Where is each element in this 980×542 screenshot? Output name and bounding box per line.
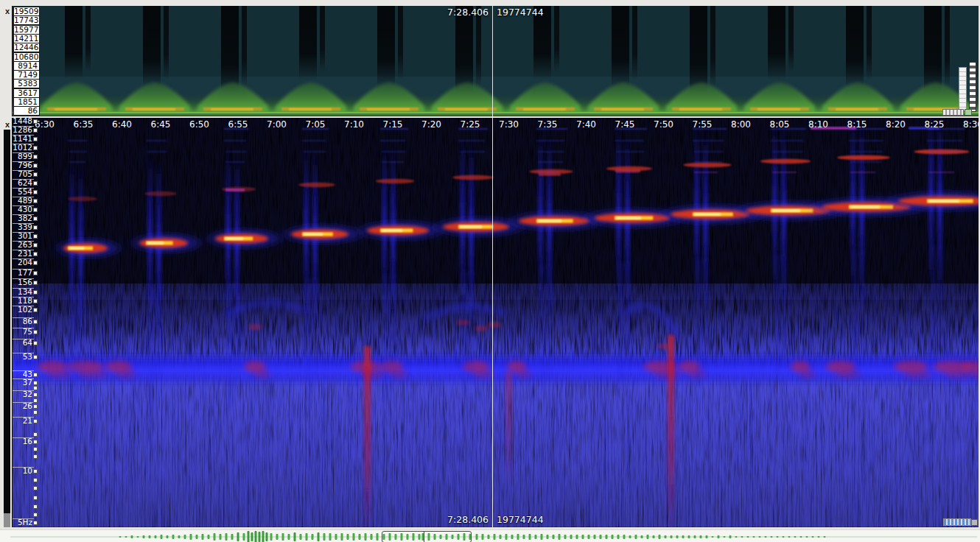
cursor-time-readout-top: 7:28.406: [447, 7, 489, 18]
frequency-label: 899: [13, 152, 32, 161]
time-tick-label: 7:00: [261, 119, 293, 130]
frequency-label: 1448: [13, 118, 32, 125]
frequency-tick-icon: [34, 244, 37, 247]
frequency-label: 16: [13, 437, 32, 446]
time-tick-label: 6:40: [106, 119, 139, 130]
frequency-label: 1141: [13, 134, 32, 143]
frequency-label: 339: [13, 222, 32, 231]
frequency-minor-tick-icon: [34, 479, 37, 482]
scrollbar-thumb[interactable]: [4, 513, 10, 527]
frequency-label: 75: [13, 327, 32, 336]
time-tick-label: 6:50: [183, 119, 216, 130]
close-pane-top-button[interactable]: x: [2, 6, 13, 16]
overview-waveform[interactable]: [0, 530, 980, 542]
frequency-label: 118: [13, 296, 32, 305]
bottom-pane-left-scrollbar[interactable]: [4, 130, 10, 527]
time-tick-label: 8:10: [802, 119, 835, 130]
frequency-label: 10: [13, 466, 32, 475]
overview-cursor[interactable]: [424, 531, 424, 542]
time-tick-label: 7:05: [299, 119, 332, 130]
frequency-label: 796: [13, 161, 32, 169]
render-status-square-icon: [965, 109, 972, 116]
frequency-tick-icon: [34, 164, 37, 167]
render-progress-vertical-icon: [959, 67, 967, 111]
overview-view-window[interactable]: [382, 531, 472, 542]
frequency-label: 5383: [13, 79, 40, 88]
time-tick-label: 6:55: [222, 119, 254, 130]
frequency-label: 177: [13, 268, 32, 277]
frequency-label: 53: [13, 352, 32, 361]
frequency-tick-icon: [34, 261, 37, 264]
log-spectrogram-canvas[interactable]: [13, 118, 979, 527]
app-window: x x 195091774315977142111244610680891471…: [0, 0, 980, 542]
time-tick-label: 7:25: [454, 119, 486, 130]
frequency-tick-icon: [34, 120, 37, 123]
linear-spectrogram-canvas[interactable]: [13, 6, 979, 116]
frequency-tick-icon: [34, 356, 37, 359]
frequency-label: 263: [13, 240, 32, 249]
pane-right-scrollbar[interactable]: [969, 62, 976, 112]
time-tick-label: 7:10: [338, 119, 371, 130]
time-tick-label: 8:25: [918, 119, 951, 130]
time-tick-label: 6:45: [144, 119, 177, 130]
frequency-label: 1851: [13, 97, 40, 107]
frequency-tick-icon: [34, 147, 37, 149]
time-tick-label: 7:45: [609, 119, 641, 130]
frequency-label: 86: [13, 106, 40, 116]
frequency-label: 489: [13, 196, 32, 205]
frequency-label: 26: [13, 401, 32, 410]
frequency-tick-icon: [34, 217, 37, 220]
frequency-tick-icon: [34, 173, 37, 176]
frequency-label: 134: [13, 287, 32, 296]
frequency-label: 1012: [13, 143, 32, 152]
frequency-tick-icon: [34, 470, 37, 473]
time-tick-label: 7:50: [648, 119, 680, 130]
frequency-minor-tick-icon: [34, 513, 37, 516]
frequency-tick-icon: [34, 440, 37, 443]
playback-cursor-line[interactable]: [492, 6, 493, 527]
frequency-label: 204: [13, 258, 32, 267]
frequency-label: 17743: [13, 15, 40, 25]
frequency-minor-tick-icon: [34, 487, 37, 490]
frequency-label: 382: [13, 214, 32, 222]
spectrogram-pane-linear[interactable]: 1950917743159771421112446106808914714953…: [12, 6, 979, 116]
frequency-tick-icon: [34, 342, 37, 345]
frequency-label: 7149: [13, 70, 40, 80]
frequency-label: 231: [13, 249, 32, 258]
overview-strip[interactable]: [0, 529, 980, 542]
frequency-tick-icon: [34, 331, 37, 334]
spectrogram-pane-log[interactable]: 6:306:356:406:456:506:557:007:057:107:15…: [12, 118, 979, 527]
frequency-tick-icon: [34, 138, 37, 141]
close-pane-bottom-button[interactable]: x: [2, 119, 13, 130]
render-status-square-icon: [971, 519, 978, 526]
render-progress-horizontal-icon: [942, 109, 964, 116]
frequency-label: 156: [13, 278, 32, 286]
frequency-tick-icon: [34, 200, 37, 203]
frequency-minor-tick-icon: [34, 387, 37, 390]
frequency-tick-icon: [34, 182, 37, 185]
frequency-tick-icon: [34, 373, 37, 376]
time-tick-label: 8:15: [841, 119, 873, 130]
frequency-label: 554: [13, 187, 32, 196]
frequency-tick-icon: [34, 393, 37, 396]
frequency-minor-tick-icon: [34, 399, 37, 402]
frequency-label: 15977: [13, 25, 40, 35]
time-tick-label: 8:05: [763, 119, 796, 130]
frequency-label: 32: [13, 390, 32, 398]
frequency-label: 21: [13, 416, 32, 425]
frequency-tick-icon: [34, 272, 37, 275]
frequency-tick-icon: [34, 155, 37, 158]
frequency-label: 12446: [13, 43, 40, 52]
frequency-label: 8914: [13, 61, 40, 71]
frequency-tick-icon: [34, 191, 37, 194]
frequency-label: 705: [13, 169, 32, 178]
frequency-tick-icon: [34, 381, 37, 384]
frequency-label: 3617: [13, 88, 40, 98]
frequency-label: 10680: [13, 52, 40, 62]
frequency-minor-tick-icon: [34, 433, 37, 436]
frequency-label: 64: [13, 338, 32, 347]
cursor-time-readout-bottom: 7:28.406: [447, 514, 489, 525]
render-progress-bar: [943, 518, 971, 526]
time-tick-label: 8:20: [880, 119, 912, 130]
frequency-tick-icon: [34, 226, 37, 229]
